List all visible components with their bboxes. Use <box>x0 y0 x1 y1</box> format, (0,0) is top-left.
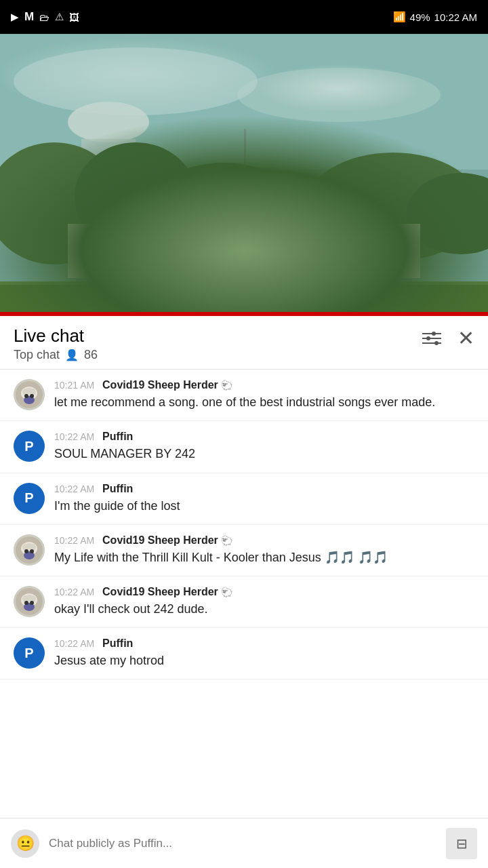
message-meta: 10:22 AM Puffin <box>54 431 474 443</box>
chat-input-bar: 😐 ⊟ <box>0 818 488 868</box>
svg-point-2 <box>14 47 258 115</box>
message-content: 10:22 AM Puffin I'm the guide of the los… <box>54 483 474 515</box>
chat-subheader: Top chat 👤 86 <box>14 348 98 362</box>
chat-message: 10:21 AM Covid19 Sheep Herder 🐑 let me r… <box>0 370 488 421</box>
status-bar-left: ▶ M 🗁 ⚠ 🖼 <box>11 10 79 24</box>
avatar: P <box>14 483 45 514</box>
battery-text: 49% <box>410 12 430 23</box>
svg-rect-13 <box>163 207 168 275</box>
svg-point-35 <box>26 388 32 393</box>
message-content: 10:22 AM Covid19 Sheep Herder 🐑 okay I'l… <box>54 586 474 618</box>
video-player[interactable] <box>0 34 488 312</box>
viewers-icon: 👤 <box>65 349 79 361</box>
send-icon: ⊟ <box>456 835 468 852</box>
message-meta: 10:22 AM Puffin <box>54 637 474 650</box>
avatar <box>14 379 45 410</box>
play-icon: ▶ <box>11 11 19 23</box>
filter-button[interactable] <box>422 330 441 347</box>
message-text: SOUL MANAGER BY 242 <box>54 446 474 462</box>
message-text: Jesus ate my hotrod <box>54 652 474 669</box>
send-button[interactable]: ⊟ <box>446 828 477 859</box>
username-emoji: 🐑 <box>221 535 232 546</box>
svg-point-6 <box>0 142 122 264</box>
svg-rect-18 <box>298 207 304 275</box>
svg-point-47 <box>30 549 34 553</box>
svg-rect-25 <box>359 224 420 278</box>
message-content: 10:21 AM Covid19 Sheep Herder 🐑 let me r… <box>54 379 474 411</box>
chat-header-right: ✕ <box>422 328 474 349</box>
message-timestamp: 10:21 AM <box>54 380 94 391</box>
svg-rect-16 <box>203 207 209 275</box>
warning-icon: ⚠ <box>55 11 64 23</box>
svg-rect-19 <box>312 207 317 275</box>
avatar <box>14 534 45 566</box>
m-icon: M <box>24 10 34 24</box>
svg-rect-20 <box>325 207 331 275</box>
svg-point-37 <box>24 394 28 398</box>
svg-rect-29 <box>0 285 488 312</box>
avatar: P <box>14 637 45 669</box>
svg-rect-21 <box>339 207 344 275</box>
message-meta: 10:22 AM Puffin <box>54 483 474 495</box>
status-bar-right: 📶 49% 10:22 AM <box>393 11 477 23</box>
svg-rect-14 <box>176 207 182 275</box>
message-meta: 10:22 AM Covid19 Sheep Herder 🐑 <box>54 534 474 547</box>
username-emoji: 🐑 <box>221 587 232 597</box>
emoji-button[interactable]: 😐 <box>11 829 39 858</box>
chat-header: Live chat Top chat 👤 86 ✕ <box>0 316 488 370</box>
chat-header-left: Live chat Top chat 👤 86 <box>14 326 98 362</box>
chat-message: 10:22 AM Covid19 Sheep Herder 🐑 My Life … <box>0 525 488 576</box>
svg-point-38 <box>30 394 34 398</box>
svg-point-8 <box>149 163 298 258</box>
svg-point-3 <box>237 68 441 122</box>
top-chat-label[interactable]: Top chat <box>14 348 60 362</box>
message-text: okay I'll check out 242 dude. <box>54 601 474 618</box>
svg-point-44 <box>26 543 32 549</box>
message-content: 10:22 AM Puffin SOUL MANAGER BY 242 <box>54 431 474 462</box>
message-timestamp: 10:22 AM <box>54 638 94 649</box>
folder-icon: 🗁 <box>39 12 49 23</box>
svg-rect-26 <box>122 198 366 206</box>
message-timestamp: 10:22 AM <box>54 587 94 597</box>
message-meta: 10:21 AM Covid19 Sheep Herder 🐑 <box>54 379 474 391</box>
svg-point-4 <box>68 102 149 142</box>
avatar-image <box>14 586 45 617</box>
svg-rect-24 <box>68 224 129 278</box>
avatar-image <box>14 534 45 566</box>
emoji-icon: 😐 <box>16 835 35 852</box>
message-timestamp: 10:22 AM <box>54 484 94 494</box>
image-icon: 🖼 <box>69 12 79 23</box>
chat-message: 10:22 AM Covid19 Sheep Herder 🐑 okay I'l… <box>0 576 488 628</box>
message-content: 10:22 AM Covid19 Sheep Herder 🐑 My Life … <box>54 534 474 566</box>
svg-rect-1 <box>0 34 488 170</box>
svg-rect-11 <box>122 203 366 285</box>
svg-point-7 <box>75 142 197 251</box>
svg-rect-27 <box>244 129 246 203</box>
message-meta: 10:22 AM Covid19 Sheep Herder 🐑 <box>54 586 474 598</box>
status-bar: ▶ M 🗁 ⚠ 🖼 📶 49% 10:22 AM <box>0 0 488 34</box>
time-text: 10:22 AM <box>434 12 477 23</box>
svg-rect-23 <box>197 193 291 201</box>
message-username: Covid19 Sheep Herder <box>102 534 218 546</box>
svg-point-10 <box>407 173 488 254</box>
wifi-icon: 📶 <box>393 11 406 23</box>
svg-point-9 <box>305 153 481 261</box>
username-emoji: 🐑 <box>221 380 232 391</box>
avatar <box>14 586 45 617</box>
svg-point-55 <box>30 601 34 605</box>
message-text: let me recommend a song. one of the best… <box>54 394 474 411</box>
avatar: P <box>14 431 45 462</box>
message-text: My Life with the Thrill Kill Kult - Kool… <box>54 549 474 566</box>
svg-point-52 <box>26 595 32 600</box>
svg-rect-15 <box>190 207 195 275</box>
svg-point-46 <box>24 549 28 553</box>
message-username: Covid19 Sheep Herder <box>102 379 218 391</box>
chat-input[interactable] <box>49 829 436 858</box>
svg-rect-12 <box>149 207 155 275</box>
close-button[interactable]: ✕ <box>458 328 474 349</box>
chat-messages-list: 10:21 AM Covid19 Sheep Herder 🐑 let me r… <box>0 370 488 679</box>
svg-rect-0 <box>0 34 488 312</box>
viewer-count: 86 <box>84 348 98 362</box>
svg-rect-5 <box>81 139 136 173</box>
message-username: Puffin <box>102 431 133 442</box>
